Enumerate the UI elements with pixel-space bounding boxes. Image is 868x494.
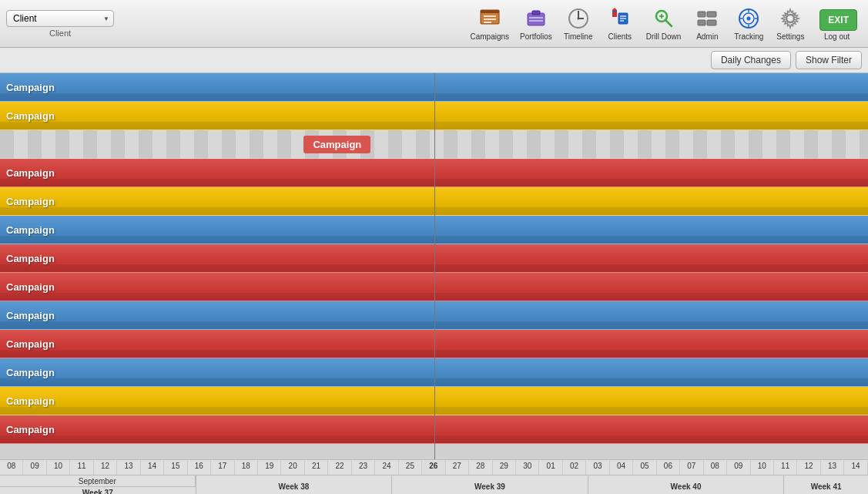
svg-line-22 bbox=[665, 20, 672, 26]
week-label-37: Week 37 bbox=[0, 487, 196, 494]
show-filter-button[interactable]: Show Filter bbox=[796, 51, 862, 69]
svg-rect-28 bbox=[707, 20, 716, 25]
week-label-41: Week 41 bbox=[811, 482, 842, 491]
timeline-num: 13 bbox=[821, 460, 844, 475]
timeline-icon bbox=[566, 6, 591, 31]
campaigns-label: Campaigns bbox=[470, 32, 509, 41]
timeline-num: 07 bbox=[680, 460, 703, 475]
week-label-40: Week 40 bbox=[671, 482, 702, 491]
svg-point-31 bbox=[747, 17, 751, 21]
svg-point-36 bbox=[786, 15, 794, 22]
svg-rect-7 bbox=[529, 17, 543, 18]
svg-marker-15 bbox=[612, 8, 617, 10]
timeline-num: 14 bbox=[844, 460, 867, 475]
toolbar: Client Client Campaigns bbox=[0, 0, 868, 48]
portfolios-label: Portfolios bbox=[520, 32, 552, 41]
timeline-area: 08 09 10 11 12 13 14 15 16 17 18 19 20 2… bbox=[0, 459, 868, 494]
svg-rect-16 bbox=[612, 11, 617, 12]
month-september: September bbox=[0, 476, 196, 486]
daily-changes-button[interactable]: Daily Changes bbox=[711, 51, 791, 69]
timeline-num: 24 bbox=[375, 460, 398, 475]
timeline-num: 03 bbox=[586, 460, 609, 475]
campaign-label: Campaign bbox=[0, 424, 55, 435]
timeline-num: 12 bbox=[94, 460, 117, 475]
campaign-label: Campaign bbox=[0, 367, 55, 378]
portfolios-nav[interactable]: Portfolios bbox=[515, 3, 557, 44]
timeline-num: 13 bbox=[117, 460, 140, 475]
settings-label: Settings bbox=[776, 32, 804, 41]
timeline-num: 14 bbox=[141, 460, 164, 475]
campaign-label: Campaign bbox=[0, 224, 55, 236]
portfolios-icon bbox=[524, 6, 548, 31]
campaign-label: Campaign bbox=[0, 338, 55, 350]
drilldown-nav[interactable]: Drill Down bbox=[642, 3, 686, 44]
admin-nav[interactable]: Admin bbox=[687, 3, 727, 44]
timeline-num: 10 bbox=[47, 460, 70, 475]
svg-rect-25 bbox=[698, 12, 705, 17]
timeline-num: 30 bbox=[516, 460, 539, 475]
timeline-num: 09 bbox=[23, 460, 46, 475]
timeline-num: 16 bbox=[188, 460, 211, 475]
clients-nav[interactable]: Clients bbox=[600, 3, 640, 44]
main-content: Campaign Campaign Campaign Campaign Camp… bbox=[0, 73, 868, 494]
campaigns-icon bbox=[478, 6, 502, 31]
timeline-weeks: September Week 37 Week 38 Week 39 Week 4… bbox=[0, 476, 868, 494]
settings-nav[interactable]: Settings bbox=[770, 3, 810, 44]
timeline-num: 08 bbox=[0, 460, 23, 475]
timeline-num: 22 bbox=[328, 460, 351, 475]
timeline-num: 12 bbox=[797, 460, 820, 475]
timeline-num: 20 bbox=[281, 460, 304, 475]
clients-label: Clients bbox=[608, 32, 632, 41]
timeline-num: 28 bbox=[469, 460, 492, 475]
exit-button[interactable]: EXIT bbox=[819, 9, 857, 31]
timeline-num: 06 bbox=[657, 460, 680, 475]
timeline-num: 01 bbox=[539, 460, 562, 475]
timeline-num: 02 bbox=[563, 460, 586, 475]
week-label-39: Week 39 bbox=[474, 482, 505, 491]
svg-rect-26 bbox=[707, 12, 716, 17]
client-dropdown[interactable]: Client bbox=[6, 10, 114, 27]
tracking-nav[interactable]: Tracking bbox=[729, 3, 769, 44]
action-bar: Daily Changes Show Filter bbox=[0, 48, 868, 73]
svg-rect-8 bbox=[529, 20, 543, 22]
campaign-area: Campaign Campaign Campaign Campaign Camp… bbox=[0, 73, 868, 459]
campaign-label: Campaign bbox=[0, 281, 55, 293]
timeline-num: 25 bbox=[399, 460, 422, 475]
timeline-num: 10 bbox=[751, 460, 774, 475]
week-divider bbox=[434, 73, 435, 459]
campaign-label: Campaign bbox=[0, 395, 55, 407]
campaign-label: Campaign bbox=[0, 167, 55, 179]
timeline-num: 27 bbox=[446, 460, 469, 475]
timeline-num: 29 bbox=[493, 460, 516, 475]
tracking-label: Tracking bbox=[734, 32, 763, 41]
admin-icon bbox=[695, 6, 719, 31]
timeline-label: Timeline bbox=[564, 32, 592, 41]
logout-nav[interactable]: EXIT Log out bbox=[812, 3, 862, 44]
settings-icon bbox=[778, 6, 803, 31]
svg-rect-6 bbox=[532, 11, 540, 15]
week-39: Week 39 bbox=[392, 476, 588, 494]
timeline-num: 11 bbox=[774, 460, 797, 475]
campaign-label: Campaign bbox=[0, 196, 55, 207]
timeline-num: 08 bbox=[704, 460, 727, 475]
timeline-num: 17 bbox=[211, 460, 234, 475]
timeline-nav[interactable]: Timeline bbox=[558, 3, 598, 44]
timeline-num: 09 bbox=[727, 460, 750, 475]
week-label-38: Week 38 bbox=[278, 482, 309, 491]
timeline-num: 23 bbox=[352, 460, 375, 475]
svg-rect-1 bbox=[481, 10, 499, 13]
toolbar-icons: Campaigns Portfolios bbox=[465, 3, 862, 44]
campaign-label: Campaign bbox=[0, 310, 55, 321]
admin-label: Admin bbox=[696, 32, 718, 41]
logout-label: Log out bbox=[824, 32, 850, 41]
week-37: September Week 37 bbox=[0, 476, 196, 494]
timeline-num: 04 bbox=[610, 460, 633, 475]
campaigns-nav[interactable]: Campaigns bbox=[465, 3, 514, 44]
timeline-num: 15 bbox=[164, 460, 187, 475]
timeline-num: 05 bbox=[633, 460, 656, 475]
week-41: Week 41 bbox=[784, 476, 868, 494]
timeline-num: 21 bbox=[305, 460, 328, 475]
client-label: Client bbox=[49, 29, 71, 38]
campaign-label: Campaign bbox=[0, 82, 55, 93]
drilldown-label: Drill Down bbox=[646, 32, 682, 41]
